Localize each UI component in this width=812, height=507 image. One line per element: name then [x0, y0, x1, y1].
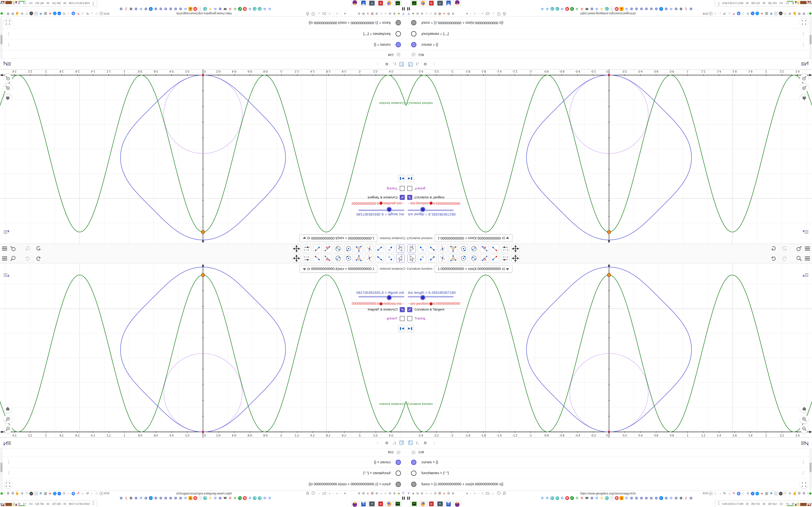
bookmark-favicon[interactable]: G: [669, 7, 673, 11]
algebra-row-curves[interactable]: curves = {}⋮: [0, 39, 406, 50]
oval-extension-icon[interactable]: ○: [67, 12, 71, 16]
ud-extension-icon[interactable]: U: [30, 12, 34, 16]
algebra-style-icon[interactable]: [800, 61, 809, 67]
point-tool[interactable]: A: [386, 254, 394, 263]
visibility-toggle[interactable]: [396, 470, 401, 476]
move-tool[interactable]: [407, 254, 416, 263]
curvature-function-dropdown[interactable]: 1.000000000000 + cos(4.000000000000 x): [300, 234, 377, 242]
atom-extension-icon[interactable]: ❋: [769, 12, 773, 16]
bookmark-favicon[interactable]: ✿: [159, 496, 163, 500]
angle-tool[interactable]: α: [480, 244, 489, 253]
home-button[interactable]: [4, 404, 12, 413]
fullscreen-icon[interactable]: [4, 480, 12, 489]
shield-icon[interactable]: [311, 491, 315, 495]
globe-icon[interactable]: ⊕: [392, 12, 396, 16]
add-extension-icon[interactable]: +: [751, 12, 755, 16]
zoom-in-button[interactable]: [4, 415, 12, 424]
algebra-style-icon[interactable]: [3, 440, 12, 446]
dot-icon[interactable]: ◉: [465, 12, 469, 16]
shield-extension-icon[interactable]: ▽: [24, 12, 29, 16]
kebab-icon[interactable]: ⋮: [374, 440, 381, 446]
bookmark-favicon[interactable]: G: [228, 496, 232, 500]
bookmark-favicon[interactable]: ▲: [620, 496, 623, 500]
arc-extension-icon[interactable]: ∩: [424, 491, 428, 495]
dot-icon[interactable]: ○: [339, 491, 343, 495]
bookmark-favicon[interactable]: G: [575, 7, 579, 11]
bookmark-favicon[interactable]: ▲: [620, 7, 623, 11]
dot-icon[interactable]: ◎: [327, 491, 332, 495]
bookmark-favicon[interactable]: G: [540, 496, 544, 500]
bookmark-favicon[interactable]: G: [600, 496, 604, 500]
search-icon[interactable]: [796, 245, 803, 252]
arc-extension-icon[interactable]: ∩: [424, 12, 428, 16]
zoom-in-button[interactable]: [800, 415, 808, 424]
firefox-app-icon[interactable]: [419, 0, 426, 6]
curvature-tangent-checkbox[interactable]: ✓: [407, 195, 412, 200]
folder-icon[interactable]: [322, 12, 326, 16]
download-icon[interactable]: ↓: [81, 12, 85, 16]
thumb-extension-icon[interactable]: ✌: [15, 491, 19, 495]
brush-extension-icon[interactable]: ✎: [732, 491, 736, 495]
display-app-icon[interactable]: ⚙: [368, 501, 376, 507]
algebra-row-funcNames[interactable]: funcNames = {“ ”}⋮: [406, 468, 812, 478]
visibility-toggle[interactable]: [396, 31, 401, 37]
conic-five-points-tool[interactable]: [334, 244, 342, 253]
menu-icon[interactable]: [804, 255, 811, 262]
reload-icon[interactable]: ↻: [723, 491, 727, 495]
brush-extension-icon[interactable]: ✎: [732, 12, 736, 16]
zoom-in-button[interactable]: [800, 83, 808, 92]
bookmark-favicon[interactable]: f: [124, 7, 128, 11]
gear-icon[interactable]: ⚙: [361, 12, 365, 16]
atom-extension-icon[interactable]: ❋: [39, 491, 43, 495]
visibility-toggle[interactable]: [396, 20, 401, 25]
settings-gear-icon[interactable]: ⚙: [802, 12, 806, 16]
globe-extension-icon[interactable]: ⊕: [788, 491, 792, 495]
bookmark-favicon[interactable]: ✿: [169, 7, 172, 11]
dot-icon[interactable]: ○: [476, 491, 481, 495]
chart-canvas[interactable]: -2.4-2.2-2-1.8-1.6-1.4-1.2-1-0.8-0.6-0.4…: [0, 264, 406, 438]
firefox-icon[interactable]: ●: [442, 12, 446, 16]
graphics-view[interactable]: -2.4-2.2-2-1.8-1.6-1.4-1.2-1-0.8-0.6-0.4…: [406, 69, 812, 243]
globe-icon[interactable]: ⊕: [416, 491, 420, 495]
record-extension-icon[interactable]: ●: [760, 491, 764, 495]
arc-length-slider-knob[interactable]: [387, 207, 392, 212]
shield-extension-icon[interactable]: ▽: [783, 491, 788, 495]
trash-extension-icon[interactable]: ▥: [43, 12, 47, 16]
slider-tool[interactable]: a = 2: [501, 254, 509, 263]
bookmark-favicon[interactable]: G: [208, 496, 212, 500]
reflect-about-line-tool[interactable]: [313, 244, 321, 253]
back-arrow-icon[interactable]: ←: [491, 12, 495, 16]
thumb-extension-icon[interactable]: ✌: [793, 491, 797, 495]
stylebar-toggle-icon[interactable]: [802, 228, 809, 235]
translate-extension-icon[interactable]: A: [71, 491, 75, 495]
bookmark-favicon[interactable]: G: [560, 7, 564, 11]
globe-icon[interactable]: ⊕: [451, 491, 455, 495]
polygon-tool[interactable]: [449, 244, 457, 253]
drive-app-icon[interactable]: [410, 0, 418, 6]
algebra-row-funcNames[interactable]: funcNames = {“ ”}⋮: [0, 29, 406, 39]
thumb-extension-icon[interactable]: ✌: [15, 12, 19, 16]
menu-icon[interactable]: [1, 245, 8, 252]
curvature-tangent-checkbox[interactable]: ✓: [400, 195, 405, 200]
visibility-toggle[interactable]: [411, 482, 416, 487]
shield-icon[interactable]: [311, 12, 315, 16]
translate-extension-icon[interactable]: A: [71, 12, 75, 16]
bookmark-favicon[interactable]: [550, 496, 554, 500]
folder-icon[interactable]: [486, 491, 490, 495]
graphics-view[interactable]: -2.4-2.2-2-1.8-1.6-1.4-1.2-1-0.8-0.6-0.4…: [0, 69, 406, 243]
back-arrow-icon[interactable]: ←: [491, 491, 495, 495]
bookmark-favicon[interactable]: G: [595, 496, 599, 500]
bookmark-favicon[interactable]: G: [580, 496, 584, 500]
oval-extension-icon[interactable]: ○: [741, 491, 745, 495]
line-tool[interactable]: [375, 244, 384, 253]
zoom-out-button[interactable]: [800, 425, 808, 433]
purple-app-icon[interactable]: [453, 501, 461, 507]
bookmark-star-icon[interactable]: ☆: [713, 12, 717, 16]
thumb-extension-icon[interactable]: ✌: [793, 12, 797, 16]
graphics-view[interactable]: -2.4-2.2-2-1.8-1.6-1.4-1.2-1-0.8-0.6-0.4…: [0, 264, 406, 438]
visibility-toggle[interactable]: [411, 460, 416, 465]
visibility-toggle[interactable]: [396, 42, 401, 48]
algebra-panel-icon[interactable]: [408, 440, 414, 446]
bookmark-favicon[interactable]: G: [233, 7, 237, 11]
bookmark-favicon[interactable]: G: [600, 7, 604, 11]
